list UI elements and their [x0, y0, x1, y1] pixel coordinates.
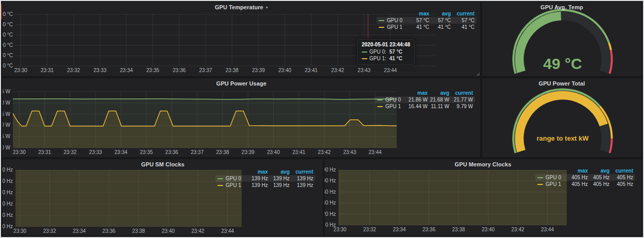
y-tick-label: 80 °C: [3, 22, 13, 27]
legend-series-name[interactable]: GPU 0: [537, 175, 566, 180]
legend-value: 139 Hz: [268, 176, 290, 181]
panel-title-text: GPU Temperature: [215, 4, 263, 10]
legend-series-row[interactable]: GPU 1139 Hz139 Hz139 Hz: [215, 182, 315, 189]
y-tick-label: 40 Hz: [325, 200, 336, 206]
x-tick-label: 23:38: [226, 67, 239, 73]
legend-header-cell: avg: [428, 90, 449, 96]
x-tick-label: 23:42: [331, 67, 344, 73]
tooltip-row-gpu0: GPU 0: 57 °C: [362, 48, 410, 55]
legend-series-row[interactable]: GPU 021.86 W21.68 W21.77 W: [375, 96, 475, 103]
legend-series-row[interactable]: GPU 057 °C57 °C57 °C: [377, 17, 477, 24]
series-swatch-green: [537, 177, 543, 178]
legend-header-cell: current: [609, 168, 633, 174]
legend-value: 11.11 W: [428, 104, 449, 109]
gauge-threshold-yellow: [609, 43, 611, 50]
x-tick-label: 23:38: [132, 228, 145, 234]
x-tick-label: 23:33: [94, 67, 107, 73]
panel-title-gpu-sm-clocks[interactable]: GPU SM Clocks: [3, 159, 323, 169]
panel-gpu-avg-temp: GPU Avg. Temp 49 °C: [482, 2, 641, 76]
tooltip-series-value: 57 °C: [389, 48, 402, 55]
series-swatch-yellow: [362, 58, 367, 59]
legend-header: maxavgcurrent: [535, 167, 635, 174]
x-tick-label: 23:30: [333, 227, 346, 232]
left-edge-red-stripe: [1, 4, 2, 20]
legend-series-name[interactable]: GPU 0: [217, 176, 246, 181]
legend-series-name[interactable]: GPU 1: [379, 24, 408, 30]
x-tick-label: 23:36: [173, 67, 185, 73]
series-swatch-green: [377, 99, 383, 100]
legend-series-row[interactable]: GPU 0139 Hz139 Hz139 Hz: [215, 175, 315, 182]
x-tick-label: 23:38: [452, 227, 465, 232]
panel-gpu-power-usage: GPU Power Usage 0 W5 W10 W15 W20 W25 W23…: [3, 78, 480, 157]
series-swatch-green: [379, 20, 384, 21]
y-tick-label: 20 Hz: [325, 211, 336, 217]
legend-series-row[interactable]: GPU 1405 Hz405 Hz405 Hz: [535, 181, 635, 188]
legend-value: 21.77 W: [449, 97, 473, 103]
legend-value: 139 Hz: [268, 182, 290, 188]
series-swatch-green: [362, 52, 367, 53]
x-tick-label: 23:32: [67, 67, 80, 73]
x-tick-label: 23:40: [162, 228, 175, 234]
series-swatch-yellow: [537, 184, 543, 185]
panel-title-gpu-power-total[interactable]: GPU Power Total: [482, 78, 641, 89]
x-tick-label: 23:34: [120, 67, 133, 73]
y-tick-label: 60 °C: [3, 32, 13, 38]
legend-series-name[interactable]: GPU 0: [377, 97, 406, 103]
y-tick-label: 10 W: [3, 122, 11, 128]
x-tick-label: 23:34: [114, 149, 127, 155]
legend-value: 139 Hz: [246, 176, 268, 181]
series-areas: [338, 170, 567, 225]
legend-header-cell: max: [566, 168, 588, 174]
x-tick-label: 23:44: [221, 228, 234, 234]
x-tick-label: 23:42: [512, 227, 524, 232]
y-tick-label: 0 W: [3, 145, 11, 150]
legend-value: 57 °C: [451, 18, 474, 23]
legend-value: 21.68 W: [428, 97, 449, 103]
legend-series-name[interactable]: GPU 1: [537, 181, 566, 187]
x-tick-label: 23:32: [43, 228, 56, 234]
legend-value: 21.86 W: [406, 97, 428, 103]
x-tick-label: 23:31: [38, 149, 51, 155]
panel-gpu-memory-clocks: GPU Memory Clocks 0 Hz20 Hz40 Hz60 Hz80 …: [325, 159, 641, 235]
gauge-value-arc: [519, 95, 604, 151]
x-tick-label: 23:36: [103, 228, 115, 234]
legend-series-name[interactable]: GPU 1: [217, 182, 246, 188]
legend-header: maxavgcurrent: [377, 10, 477, 17]
series-areas: [15, 170, 242, 227]
x-tick-label: 23:41: [305, 67, 318, 73]
x-tick-label: 23:35: [146, 67, 159, 73]
y-tick-label: 60 Hz: [325, 189, 336, 195]
gauge-value-text: 49 °C: [543, 55, 582, 72]
legend-series-name[interactable]: GPU 0: [379, 18, 408, 23]
x-tick-label: 23:40: [482, 227, 495, 232]
legend-value: 41 °C: [408, 24, 429, 30]
legend-series-row[interactable]: GPU 141 °C41 °C41 °C: [377, 24, 477, 30]
panel-gpu-temperature: GPU Temperature ▾ 0 °C20 °C40 °C60 °C80 …: [3, 2, 480, 76]
x-tick-label: 23:36: [422, 227, 435, 232]
gpu-sm-clocks-legend: maxavgcurrentGPU 0139 Hz139 Hz139 HzGPU …: [215, 168, 315, 189]
panel-title-gpu-avg-temp[interactable]: GPU Avg. Temp: [482, 2, 641, 12]
legend-value: 16.44 W: [406, 104, 428, 109]
legend-value: 405 Hz: [588, 181, 609, 187]
x-tick-label: 23:31: [41, 67, 54, 73]
legend-series-row[interactable]: GPU 0405 Hz405 Hz405 Hz: [535, 174, 635, 181]
panel-title-gpu-power-usage[interactable]: GPU Power Usage: [3, 78, 480, 89]
legend-series-row[interactable]: GPU 116.44 W11.11 W9.79 W: [375, 103, 475, 110]
x-tick-label: 23:41: [293, 149, 306, 155]
series-areas: [13, 99, 397, 148]
tooltip-row-gpu1: GPU 1: 41 °C: [362, 55, 410, 62]
x-tick-label: 23:30: [13, 228, 26, 234]
legend-header-cell: current: [449, 90, 473, 96]
panel-resize-handle[interactable]: [476, 72, 480, 76]
x-tick-label: 23:32: [363, 227, 376, 232]
graph-tooltip: 2020-05-01 23:44:48 GPU 0: 57 °C GPU 1: …: [357, 39, 415, 65]
tooltip-timestamp: 2020-05-01 23:44:48: [362, 42, 410, 47]
gpu-memory-clocks-legend: maxavgcurrentGPU 0405 Hz405 Hz405 HzGPU …: [535, 167, 635, 188]
legend-series-name[interactable]: GPU 1: [377, 104, 406, 109]
gpu-avg-temp-gauge: 49 °C: [482, 2, 641, 76]
tooltip-series-value: 41 °C: [389, 55, 402, 62]
legend-value: 57 °C: [429, 18, 451, 23]
legend-header-cell: max: [406, 90, 428, 96]
grafana-dashboard: GPU Temperature ▾ 0 °C20 °C40 °C60 °C80 …: [0, 0, 644, 238]
legend-header-cell: current: [451, 11, 474, 16]
